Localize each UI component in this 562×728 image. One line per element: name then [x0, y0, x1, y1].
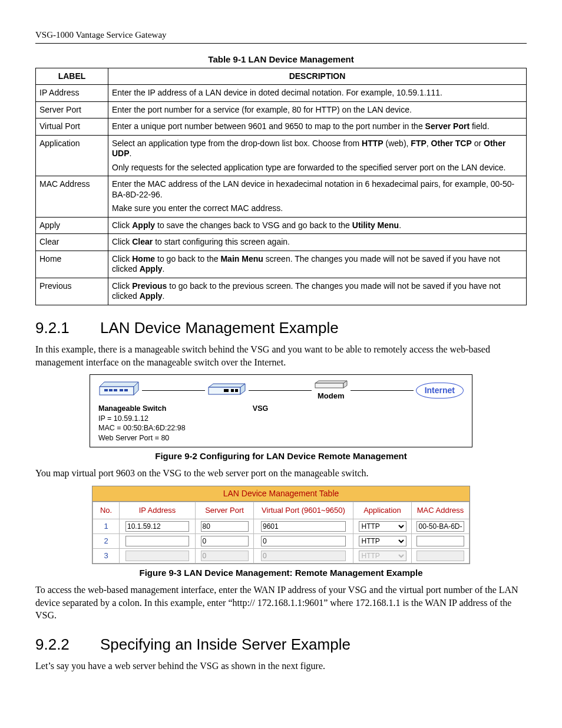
svg-marker-0	[100, 382, 138, 387]
virtual-port-input	[261, 551, 346, 561]
figure-caption-93: Figure 9-3 LAN Device Management: Remote…	[35, 568, 527, 579]
body-paragraph: You map virtual port 9603 on the VSG to …	[35, 467, 527, 480]
svg-rect-6	[120, 389, 123, 391]
row-desc: Enter the port number for a service (for…	[108, 101, 527, 118]
svg-rect-13	[235, 389, 238, 392]
col-label: LABEL	[36, 68, 108, 85]
application-select[interactable]: HTTP	[359, 536, 406, 546]
row-desc: Enter the MAC address of the LAN device …	[108, 176, 527, 218]
section-heading-922: 9.2.2Specifying an Inside Server Example	[35, 635, 527, 654]
row-label: Application	[36, 135, 108, 176]
svg-rect-5	[114, 389, 117, 391]
row-desc: Click Clear to start configuring this sc…	[108, 234, 527, 251]
lan-row: 2HTTP	[93, 534, 470, 549]
row-label: MAC Address	[36, 176, 108, 218]
body-paragraph: Let’s say you have a web server behind t…	[35, 660, 527, 673]
lan-col-no: No.	[93, 502, 120, 519]
body-paragraph: To access the web-based management inter…	[35, 584, 527, 622]
section-title: LAN Device Management Example	[100, 319, 339, 337]
table-row: Server Port Enter the port number for a …	[36, 101, 527, 118]
row-desc: Select an application type from the drop…	[108, 135, 527, 176]
lan-col-app: Application	[353, 502, 412, 519]
svg-marker-8	[209, 384, 245, 387]
row-desc: Click Apply to save the changes back to …	[108, 217, 527, 234]
row-desc: Click Previous to go back to the previou…	[108, 278, 527, 305]
row-desc: Enter the IP address of a LAN device in …	[108, 85, 527, 102]
server-port-input[interactable]	[201, 536, 249, 546]
section-title: Specifying an Inside Server Example	[100, 635, 351, 653]
svg-marker-14	[315, 381, 347, 383]
row-label: Previous	[36, 278, 108, 305]
table-caption: Table 9-1 LAN Device Management	[35, 54, 527, 65]
spec-table: LABEL DESCRIPTION IP Address Enter the I…	[35, 68, 527, 305]
mac-input	[416, 551, 464, 561]
switch-icon	[98, 381, 140, 397]
table-row: Application Select an application type f…	[36, 135, 527, 176]
lan-row-no: 2	[93, 534, 120, 549]
network-diagram: Modem Internet Manageable Switch IP = 10…	[90, 374, 472, 447]
row-label: Apply	[36, 217, 108, 234]
ip-input	[125, 551, 189, 561]
lan-device-table: LAN Device Management Table No. IP Addre…	[92, 486, 470, 565]
lan-row-no: 3	[93, 549, 120, 564]
modem-label: Modem	[314, 391, 348, 401]
row-desc: Click Home to go back to the Main Menu s…	[108, 251, 527, 278]
application-select[interactable]: HTTP	[359, 521, 406, 532]
switch-ip: IP = 10.59.1.12	[98, 414, 210, 424]
application-select: HTTP	[359, 551, 406, 561]
lan-row: 3HTTP	[93, 549, 470, 564]
section-number: 9.2.1	[35, 318, 100, 338]
switch-port: Web Server Port = 80	[98, 433, 210, 443]
vsg-label: VSG	[210, 404, 310, 414]
svg-rect-12	[231, 389, 234, 392]
switch-mac: MAC = 00:50:BA:6D:22:98	[98, 423, 210, 433]
figure-caption-92: Figure 9-2 Configuring for LAN Device Re…	[35, 451, 527, 462]
mac-input[interactable]	[416, 521, 464, 532]
vsg-icon	[207, 383, 246, 396]
section-number: 9.2.2	[35, 635, 100, 654]
svg-rect-7	[124, 389, 128, 391]
svg-rect-4	[109, 389, 113, 391]
table-row: IP Address Enter the IP address of a LAN…	[36, 85, 527, 102]
modem-icon	[314, 380, 348, 389]
table-row: Home Click Home to go back to the Main M…	[36, 251, 527, 278]
switch-label: Manageable Switch	[98, 404, 210, 414]
table-row: MAC Address Enter the MAC address of the…	[36, 176, 527, 218]
svg-rect-3	[104, 389, 108, 391]
mac-input[interactable]	[416, 536, 464, 546]
table-row: Clear Click Clear to start configuring t…	[36, 234, 527, 251]
col-desc: DESCRIPTION	[108, 68, 527, 85]
virtual-port-input[interactable]	[261, 521, 346, 532]
row-desc: Enter a unique port number between 9601 …	[108, 118, 527, 136]
virtual-port-input[interactable]	[261, 536, 346, 546]
table-row: Previous Click Previous to go back to th…	[36, 278, 527, 305]
lan-col-ip: IP Address	[120, 502, 196, 519]
body-paragraph: In this example, there is a manageable s…	[35, 343, 527, 368]
internet-cloud: Internet	[416, 383, 464, 399]
page-header: VSG-1000 Vantage Service Gateway	[35, 29, 527, 44]
section-heading-921: 9.2.1LAN Device Management Example	[35, 318, 527, 338]
lan-col-vp: Virtual Port (9601~9650)	[254, 502, 353, 519]
svg-rect-11	[224, 389, 229, 392]
lan-row: 1HTTP	[93, 519, 470, 534]
ip-input[interactable]	[125, 521, 189, 532]
server-port-input	[201, 551, 249, 561]
row-label: Home	[36, 251, 108, 278]
ip-input[interactable]	[125, 536, 189, 546]
lan-col-mac: MAC Address	[412, 502, 470, 519]
row-label: Server Port	[36, 101, 108, 118]
table-row: Virtual Port Enter a unique port number …	[36, 118, 527, 136]
row-label: Clear	[36, 234, 108, 251]
row-label: Virtual Port	[36, 118, 108, 136]
lan-table-title: LAN Device Management Table	[92, 486, 470, 502]
table-row: Apply Click Apply to save the changes ba…	[36, 217, 527, 234]
server-port-input[interactable]	[201, 521, 249, 532]
lan-row-no: 1	[93, 519, 120, 534]
row-label: IP Address	[36, 85, 108, 102]
lan-col-sp: Server Port	[196, 502, 254, 519]
svg-rect-15	[315, 383, 343, 388]
